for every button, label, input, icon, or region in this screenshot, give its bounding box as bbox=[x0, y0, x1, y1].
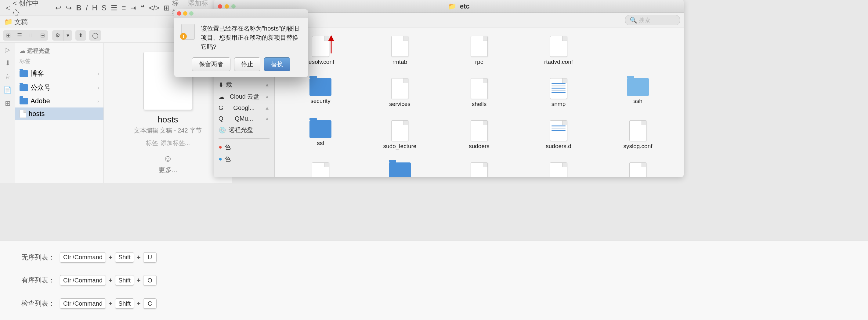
file-grid-item[interactable]: sudoers.d bbox=[519, 118, 598, 157]
color-dot-blue: ● bbox=[219, 155, 222, 163]
red-arrow-indicator bbox=[323, 35, 339, 57]
finder-min-btn[interactable] bbox=[225, 4, 229, 8]
finder-max-btn[interactable] bbox=[231, 4, 236, 8]
maximize-button[interactable] bbox=[189, 11, 193, 16]
file-grid-item[interactable]: wfs bbox=[360, 160, 439, 177]
strikethrough-icon[interactable]: S bbox=[102, 4, 106, 12]
doc-icon-large bbox=[471, 163, 488, 177]
scroll-arrow: ▲ bbox=[265, 116, 270, 121]
doc-icon-large bbox=[471, 78, 488, 99]
sidebar-item-google[interactable]: G Googl... ▲ bbox=[214, 103, 274, 113]
replace-button[interactable]: 替换 bbox=[264, 57, 290, 71]
grid-view-btn[interactable]: ⊞ bbox=[3, 30, 14, 40]
stripe-lines bbox=[552, 83, 565, 93]
sidebar-item-cloud[interactable]: ☁ Cloud 云盘 ▲ bbox=[214, 91, 274, 103]
doc-icon[interactable]: 📄 bbox=[3, 86, 11, 94]
sidebar-item-optical[interactable]: 💿 远程光盘 bbox=[214, 124, 274, 136]
file-grid-item[interactable]: sudo_lecture bbox=[360, 118, 439, 157]
keep-both-button[interactable]: 保留两者 bbox=[192, 57, 230, 71]
star-icon[interactable]: ☆ bbox=[5, 73, 11, 81]
more-label[interactable]: 更多... bbox=[158, 166, 177, 175]
shortcut-label: 检查列表： bbox=[12, 299, 55, 308]
file-label: security bbox=[310, 98, 330, 105]
preview-filename: hosts bbox=[158, 115, 178, 124]
file-label: shells bbox=[472, 101, 487, 108]
file-grid-item[interactable]: ttys bbox=[281, 160, 360, 177]
doc-icon-large bbox=[550, 36, 567, 57]
file-label: resolv.conf bbox=[307, 59, 334, 65]
back-button[interactable]: ＜ < 创作中心 bbox=[4, 0, 45, 17]
close-button[interactable] bbox=[177, 11, 181, 16]
stop-button[interactable]: 停止 bbox=[234, 57, 260, 71]
plus-sign: + bbox=[136, 253, 141, 262]
quote-icon[interactable]: ❝ bbox=[141, 4, 145, 12]
key-combo: Ctrl/Command + Shift + C bbox=[60, 298, 157, 309]
sidebar-item-downloads[interactable]: ⬇ 载 ▲ bbox=[214, 79, 274, 91]
share-btn[interactable]: ⬆ bbox=[75, 30, 86, 40]
key-shift: Shift bbox=[115, 298, 134, 309]
key-shift: Shift bbox=[115, 275, 134, 286]
send-icon[interactable]: ▷ bbox=[5, 46, 10, 54]
column-view-btn[interactable]: ⫼ bbox=[25, 30, 37, 40]
stripe bbox=[552, 125, 565, 126]
apps-icon[interactable]: ⊞ bbox=[5, 99, 10, 108]
file-grid-item[interactable]: snmp bbox=[519, 76, 598, 115]
file-grid-item[interactable]: syslog.conf bbox=[598, 118, 678, 157]
sidebar-label: Cloud 云盘 bbox=[230, 92, 260, 101]
tag-btn[interactable]: ◯ bbox=[89, 30, 101, 40]
settings-btn[interactable]: ⚙ bbox=[52, 30, 63, 40]
sidebar-icons: ▷ ⬇ ☆ 📄 ⊞ bbox=[0, 43, 15, 183]
preview-add-tag[interactable]: 添加标签... bbox=[160, 139, 190, 147]
icon-view-btn[interactable]: ⊟ bbox=[37, 30, 48, 40]
file-grid-item[interactable]: zshrc bbox=[598, 160, 678, 177]
settings-arrow[interactable]: ▾ bbox=[63, 30, 72, 40]
list-item[interactable]: Adobe › bbox=[15, 95, 103, 108]
sidebar-item-color1[interactable]: ● 色 bbox=[214, 141, 274, 153]
sidebar-item-qmu[interactable]: Q QMu... ▲ bbox=[214, 113, 274, 124]
scroll-arrow: ▲ bbox=[265, 94, 270, 99]
doc-icon-large bbox=[629, 120, 646, 141]
google-icon: G bbox=[219, 105, 223, 112]
file-grid-item[interactable]: xtab bbox=[439, 160, 519, 177]
redo-icon[interactable]: ↪ bbox=[66, 4, 72, 12]
file-grid-item-security[interactable]: security bbox=[281, 76, 360, 115]
list-view-btn[interactable]: ☰ bbox=[14, 30, 25, 40]
dialog-titlebar bbox=[174, 9, 308, 18]
indent-icon[interactable]: ⇥ bbox=[130, 4, 136, 12]
list-ul-icon[interactable]: ☰ bbox=[111, 4, 118, 12]
replace-dialog: ! 该位置已经存在名称为"hosts"的较旧项目。您要用正在移动的新项目替换它吗… bbox=[174, 9, 308, 77]
undo-icon[interactable]: ↩ bbox=[55, 4, 61, 12]
code-icon[interactable]: </> bbox=[149, 4, 160, 12]
preview-tag-row: 标签 添加标签... bbox=[146, 139, 190, 147]
list-ol-icon[interactable]: ≡ bbox=[122, 4, 126, 12]
minimize-button[interactable] bbox=[183, 11, 187, 16]
sidebar-item-color2[interactable]: ● 色 bbox=[214, 153, 274, 165]
list-item-selected[interactable]: hosts bbox=[15, 108, 103, 120]
doc-icon-large bbox=[391, 120, 408, 141]
inbox-icon[interactable]: ⬇ bbox=[5, 59, 10, 67]
list-item[interactable]: 博客 › bbox=[15, 66, 103, 81]
plus-sign: + bbox=[136, 276, 141, 285]
finder-search-box[interactable]: 🔍 搜索 bbox=[625, 15, 680, 25]
file-grid-item[interactable]: rpc bbox=[439, 34, 519, 73]
file-grid-item[interactable]: rtadvd.conf bbox=[519, 34, 598, 73]
file-grid-item-services[interactable]: services bbox=[360, 76, 439, 115]
table-icon[interactable]: ⊞ bbox=[163, 4, 170, 12]
italic-icon[interactable]: I bbox=[86, 4, 88, 12]
file-grid-item[interactable]: ssl bbox=[281, 118, 360, 157]
scroll-up-icon[interactable]: ▲ bbox=[265, 82, 270, 88]
file-grid-item[interactable]: ssh bbox=[598, 76, 678, 115]
file-grid-item[interactable]: zprofile bbox=[519, 160, 598, 177]
stripe bbox=[552, 90, 565, 91]
file-grid-item[interactable]: rmtab bbox=[360, 34, 439, 73]
share-button-group: ⬆ bbox=[75, 30, 86, 40]
key-ctrl: Ctrl/Command bbox=[60, 252, 106, 263]
file-grid-item[interactable]: shells bbox=[439, 76, 519, 115]
bold-icon[interactable]: B bbox=[76, 4, 81, 12]
heading-icon[interactable]: H bbox=[92, 4, 97, 12]
key-shift: Shift bbox=[115, 252, 134, 263]
list-item[interactable]: 公众号 › bbox=[15, 81, 103, 95]
sidebar-label: 色 bbox=[225, 143, 231, 151]
file-grid-item[interactable]: sudoers bbox=[439, 118, 519, 157]
finder-close-btn[interactable] bbox=[218, 4, 222, 8]
